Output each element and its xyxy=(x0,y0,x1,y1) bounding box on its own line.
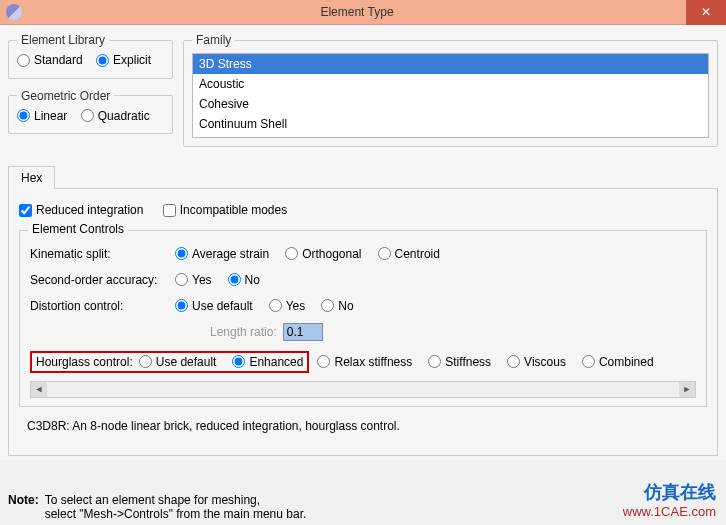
hg-relax-radio[interactable]: Relax stiffness xyxy=(317,355,412,369)
linear-radio[interactable]: Linear xyxy=(17,109,67,123)
geometric-order-legend: Geometric Order xyxy=(17,89,114,103)
hg-combined-radio[interactable]: Combined xyxy=(582,355,654,369)
dist-default-radio[interactable]: Use default xyxy=(175,299,253,313)
family-item-contshell[interactable]: Continuum Shell xyxy=(193,114,708,134)
distortion-label: Distortion control: xyxy=(30,299,175,313)
standard-radio[interactable]: Standard xyxy=(17,53,83,67)
h-scrollbar[interactable]: ◄ ► xyxy=(30,381,696,398)
explicit-radio[interactable]: Explicit xyxy=(96,53,151,67)
scroll-left-arrow[interactable]: ◄ xyxy=(31,382,47,397)
second-order-label: Second-order accuracy: xyxy=(30,273,175,287)
kinematic-split-label: Kinematic split: xyxy=(30,247,175,261)
element-library-legend: Element Library xyxy=(17,33,109,47)
hg-stiffness-radio[interactable]: Stiffness xyxy=(428,355,491,369)
scroll-right-arrow[interactable]: ► xyxy=(679,382,695,397)
quadratic-radio[interactable]: Quadratic xyxy=(81,109,150,123)
close-button[interactable]: ✕ xyxy=(686,0,726,25)
element-controls-group: Element Controls Kinematic split: Averag… xyxy=(19,230,707,407)
hourglass-label: Hourglass control: xyxy=(36,355,133,369)
length-ratio-input[interactable] xyxy=(283,323,323,341)
tab-hex[interactable]: Hex xyxy=(8,166,55,189)
app-icon xyxy=(6,4,22,20)
title-bar: Element Type ✕ xyxy=(0,0,726,25)
window-title: Element Type xyxy=(28,5,686,19)
element-library-group: Element Library Standard Explicit xyxy=(8,33,173,79)
family-legend: Family xyxy=(192,33,235,47)
avg-strain-radio[interactable]: Average strain xyxy=(175,247,269,261)
hg-viscous-radio[interactable]: Viscous xyxy=(507,355,566,369)
so-yes-radio[interactable]: Yes xyxy=(175,273,212,287)
family-item-acoustic[interactable]: Acoustic xyxy=(193,74,708,94)
family-list[interactable]: 3D Stress Acoustic Cohesive Continuum Sh… xyxy=(192,53,709,138)
centroid-radio[interactable]: Centroid xyxy=(378,247,440,261)
so-no-radio[interactable]: No xyxy=(228,273,260,287)
family-group: Family 3D Stress Acoustic Cohesive Conti… xyxy=(183,33,718,147)
orthogonal-radio[interactable]: Orthogonal xyxy=(285,247,361,261)
geometric-order-group: Geometric Order Linear Quadratic xyxy=(8,89,173,135)
element-description: C3D8R: An 8-node linear brick, reduced i… xyxy=(19,407,707,445)
incompatible-modes-checkbox[interactable]: Incompatible modes xyxy=(163,203,287,217)
hourglass-highlight: Hourglass control: Use default Enhanced xyxy=(30,351,309,373)
family-item-cohesive[interactable]: Cohesive xyxy=(193,94,708,114)
length-ratio-label: Length ratio: xyxy=(210,325,277,339)
note-text: Note: To select an element shape for mes… xyxy=(8,493,306,521)
tab-body: Reduced integration Incompatible modes E… xyxy=(8,188,718,456)
element-controls-legend: Element Controls xyxy=(28,222,128,236)
dist-yes-radio[interactable]: Yes xyxy=(269,299,306,313)
hg-default-radio[interactable]: Use default xyxy=(139,355,217,369)
hg-enhanced-radio[interactable]: Enhanced xyxy=(232,355,303,369)
family-item-3dstress[interactable]: 3D Stress xyxy=(193,54,708,74)
close-icon: ✕ xyxy=(701,5,711,19)
watermark: 仿真在线 www.1CAE.com xyxy=(623,480,716,519)
dist-no-radio[interactable]: No xyxy=(321,299,353,313)
reduced-integration-checkbox[interactable]: Reduced integration xyxy=(19,203,143,217)
